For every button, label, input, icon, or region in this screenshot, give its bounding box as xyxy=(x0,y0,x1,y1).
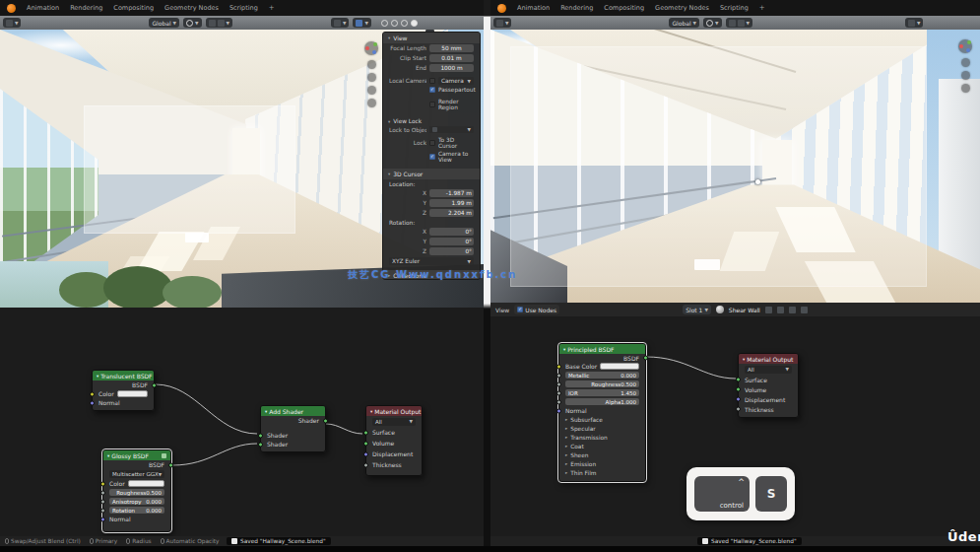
use-nodes-toggle[interactable]: ✓Use Nodes xyxy=(514,305,559,314)
render-preview-button[interactable]: ▼ xyxy=(353,18,370,28)
input-socket[interactable] xyxy=(736,387,741,392)
input-socket-rotation[interactable] xyxy=(100,508,105,513)
navigation-axis-gizmo[interactable] xyxy=(958,39,972,53)
node-translucent-bsdf[interactable]: ▾Translucent BSDF BSDF Color Normal xyxy=(92,370,155,411)
snap-magnet-button[interactable]: ▼ xyxy=(905,18,923,28)
color-swatch[interactable] xyxy=(128,480,164,487)
workspace-tab[interactable]: Compositing xyxy=(604,4,644,12)
focal-length-field[interactable]: 50 mm xyxy=(429,44,474,52)
to-3d-cursor-checkbox[interactable] xyxy=(429,140,435,146)
principled-section-row[interactable]: ▸Specular xyxy=(559,424,645,433)
shading-wireframe-icon[interactable] xyxy=(381,20,388,27)
shading-solid-icon[interactable] xyxy=(391,20,398,27)
pan-hand-icon[interactable] xyxy=(367,73,376,82)
principled-section-row[interactable]: ▸Coat xyxy=(559,442,645,450)
output-target-dropdown[interactable]: All▼ xyxy=(745,366,792,374)
node-material-output[interactable]: ▾Material Output All▼ SurfaceVolumeDispl… xyxy=(365,405,423,476)
node-header[interactable]: ▾Material Output xyxy=(739,354,798,364)
3d-viewport[interactable] xyxy=(490,30,980,303)
input-socket-anisotropy[interactable] xyxy=(100,499,105,504)
node-header[interactable]: ▾Material Output xyxy=(366,406,422,416)
navigation-axis-gizmo[interactable] xyxy=(364,41,378,55)
snap-magnet-button[interactable]: ▼ xyxy=(331,18,349,28)
input-socket-shader-2[interactable] xyxy=(258,442,263,447)
clip-start-field[interactable]: 0.01 m xyxy=(429,54,474,62)
editor-type-menu[interactable]: ▼ xyxy=(493,18,511,28)
input-socket-normal[interactable] xyxy=(90,400,95,405)
node-header[interactable]: ▾Add Shader xyxy=(261,406,325,416)
workspace-tab[interactable]: Geometry Nodes xyxy=(655,4,709,12)
view-menu[interactable]: View xyxy=(495,307,509,313)
principled-section-row[interactable]: ▸Sheen xyxy=(559,450,645,459)
render-region-checkbox[interactable] xyxy=(429,102,435,107)
output-socket-bsdf[interactable] xyxy=(152,382,157,387)
unlink-material-button[interactable] xyxy=(801,307,808,313)
ior-slider[interactable]: IOR1.450 xyxy=(565,389,639,396)
shading-material-icon[interactable] xyxy=(401,20,408,27)
input-socket[interactable] xyxy=(736,397,741,402)
alpha-slider[interactable]: Alpha1.000 xyxy=(565,398,639,405)
ortho-toggle-icon[interactable] xyxy=(367,99,376,107)
node-header[interactable]: ▾Glossy BSDF xyxy=(103,450,170,460)
node-glossy-bsdf[interactable]: ▾Glossy BSDF BSDF Multiscatter GGX▼ Colo… xyxy=(102,449,171,532)
rotation-mode-dropdown[interactable]: XYZ Euler▼ xyxy=(389,257,474,265)
input-socket-roughness[interactable] xyxy=(556,381,561,386)
material-name[interactable]: Shear Wall xyxy=(729,307,760,313)
workspace-tab[interactable]: Scripting xyxy=(720,4,749,12)
transform-orientation-dropdown[interactable]: Global▼ xyxy=(669,18,699,28)
fake-user-shield-button[interactable] xyxy=(777,307,784,313)
input-socket-ior[interactable] xyxy=(556,390,561,395)
workspace-tab[interactable]: Rendering xyxy=(560,4,593,12)
camera-view-icon[interactable] xyxy=(367,86,376,95)
panel-header-3d-cursor[interactable]: ▾3D Cursor xyxy=(383,169,480,179)
zoom-icon[interactable] xyxy=(367,60,376,69)
local-camera-dropdown[interactable]: Camera▼ xyxy=(438,77,474,85)
node-header[interactable]: ▾Principled BSDF xyxy=(559,344,645,354)
output-socket-bsdf[interactable] xyxy=(643,356,648,361)
3d-viewport[interactable]: ▼ ▾View Focal Length50 mm Clip Start0.01… xyxy=(0,30,484,308)
blender-logo-icon[interactable] xyxy=(7,4,16,13)
input-socket[interactable] xyxy=(736,407,741,412)
workspace-tab[interactable]: Rendering xyxy=(70,4,102,12)
add-workspace-button[interactable]: + xyxy=(759,4,765,12)
workspace-tab[interactable]: Animation xyxy=(517,4,550,12)
panel-header-view[interactable]: ▾View xyxy=(383,33,480,43)
transform-orientation-dropdown[interactable]: Global▼ xyxy=(149,18,179,28)
editor-type-menu[interactable]: ▼ xyxy=(3,18,21,28)
cursor-location-y[interactable]: 1.99 m xyxy=(429,199,474,207)
base-color-swatch[interactable] xyxy=(600,363,639,370)
principled-section-row[interactable]: ▸Emission xyxy=(559,459,645,468)
input-socket-base-color[interactable] xyxy=(556,364,561,369)
new-material-button[interactable] xyxy=(789,307,796,313)
distribution-dropdown[interactable]: Multiscatter GGX▼ xyxy=(109,470,164,478)
cursor-rotation-x[interactable]: 0° xyxy=(429,228,474,236)
node-add-shader[interactable]: ▾Add Shader Shader Shader Shader xyxy=(260,405,326,452)
input-socket-shader-1[interactable] xyxy=(258,433,263,438)
shading-rendered-icon[interactable] xyxy=(411,20,418,27)
camera-view-icon[interactable] xyxy=(961,84,970,93)
overlays-dropdown[interactable]: ▼ xyxy=(726,18,752,28)
roughness-slider[interactable]: Roughness0.500 xyxy=(109,489,164,496)
roughness-slider[interactable]: Roughness0.500 xyxy=(565,380,639,387)
anisotropy-slider[interactable]: Anisotropy0.000 xyxy=(109,498,164,505)
cursor-rotation-z[interactable]: 0° xyxy=(429,247,474,255)
view-lock-subpanel-header[interactable]: ▾View Lock xyxy=(383,116,480,125)
material-users-button[interactable] xyxy=(765,307,772,313)
clip-end-field[interactable]: 1000 m xyxy=(429,64,474,72)
output-socket-shader[interactable] xyxy=(323,418,328,423)
input-socket[interactable] xyxy=(363,430,368,435)
workspace-tab[interactable]: Scripting xyxy=(229,4,258,12)
material-slot-dropdown[interactable]: Slot 1▼ xyxy=(683,305,711,314)
output-socket-bsdf[interactable] xyxy=(168,462,173,467)
input-socket-color[interactable] xyxy=(100,481,105,486)
passepartout-checkbox[interactable]: ✓ xyxy=(429,87,435,93)
color-swatch[interactable] xyxy=(117,390,148,397)
input-socket[interactable] xyxy=(363,451,368,456)
lock-to-object-dropdown[interactable]: ▼ xyxy=(429,126,474,133)
principled-section-row[interactable]: ▸Subsurface xyxy=(559,415,645,424)
input-socket-roughness[interactable] xyxy=(100,490,105,495)
input-socket-color[interactable] xyxy=(90,391,95,396)
add-workspace-button[interactable]: + xyxy=(269,4,275,12)
output-target-dropdown[interactable]: All▼ xyxy=(372,418,416,426)
zoom-icon[interactable] xyxy=(961,58,970,67)
